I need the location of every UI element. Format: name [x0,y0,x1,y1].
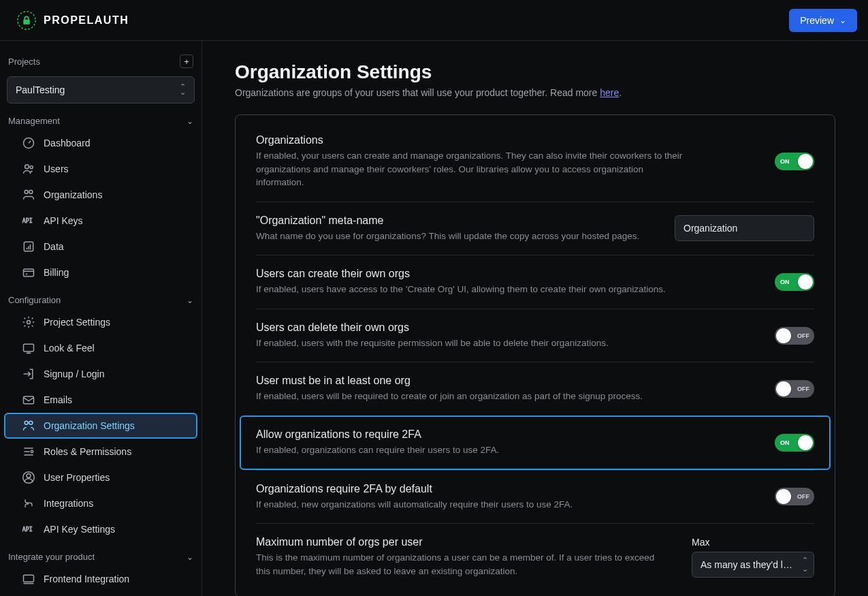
projects-section-header: Projects + [0,48,202,72]
sidebar-item-label: Emails [44,394,72,405]
setting-text: Organizations require 2FA by defaultIf e… [256,483,692,512]
svg-point-15 [27,474,31,478]
toggle-label: OFF [797,386,809,392]
sidebar-item-frontend-integration[interactable]: Frontend Integration [4,566,197,592]
project-settings-icon [22,315,35,329]
toggle-label: ON [780,279,790,285]
sidebar-item-label: Integrations [44,498,93,509]
svg-text:API: API [22,217,33,224]
section-configuration-header[interactable]: Configuration ⌄ [0,285,202,309]
sidebar-item-label: Users [44,163,69,174]
svg-point-5 [29,190,33,193]
sidebar: Projects + PaulTesting ⌃⌄ Management ⌄ D… [0,41,202,596]
section-management-header[interactable]: Management ⌄ [0,106,202,130]
page-title: Organization Settings [235,61,835,83]
svg-rect-10 [24,344,34,351]
sidebar-item-organization-settings[interactable]: Organization Settings [4,413,197,439]
setting-desc: If enabled, users have access to the 'Cr… [256,283,692,296]
toggle-users-can-delete-their-own-orgs[interactable]: OFF [775,327,814,345]
sidebar-item-user-properties[interactable]: User Properties [4,465,197,490]
toggle-knob [798,435,813,450]
sidebar-item-label: API Key Settings [44,524,115,535]
max-orgs-select[interactable]: As many as they'd like⌃⌄ [692,552,814,578]
sidebar-item-api-key-settings[interactable]: APIAPI Key Settings [4,516,197,542]
setting-text: "Organization" meta-nameWhat name do you… [256,215,654,243]
toggle-knob [776,328,791,343]
sidebar-item-label: Look & Feel [44,343,95,354]
add-project-button[interactable]: + [180,54,193,68]
chevron-down-icon: ⌄ [187,552,193,562]
sidebar-item-api-keys[interactable]: APIAPI Keys [4,208,197,234]
section-integrate-label: Integrate your product [8,552,95,562]
chevron-down-icon: ⌄ [839,16,846,25]
meta-name-input-wrap [675,215,814,241]
sidebar-item-label: Frontend Integration [44,574,129,584]
propelauth-logo-icon [16,10,37,31]
toggle-organizations[interactable]: ON [775,153,814,170]
page-subtitle: Organizations are groups of your users t… [235,87,835,98]
dashboard-icon [22,136,35,150]
toggle-organizations-require-2fa-by-default[interactable]: OFF [775,488,814,505]
sidebar-item-billing[interactable]: Billing [4,260,197,285]
sidebar-item-data[interactable]: Data [4,234,197,260]
sidebar-item-project-settings[interactable]: Project Settings [4,309,197,335]
user-properties-icon [22,471,35,484]
setting-desc: This is the maximum number of organizati… [256,551,671,578]
roles-permissions-icon [22,445,35,458]
preview-label: Preview [800,15,834,26]
sidebar-item-label: Project Settings [44,317,110,328]
chevron-down-icon: ⌄ [187,116,193,126]
chevron-down-icon: ⌄ [187,296,193,305]
projects-label: Projects [8,57,40,67]
sidebar-item-look-feel[interactable]: Look & Feel [4,335,197,361]
selected-project-name: PaulTesting [16,84,65,95]
setting-row-organizations-require-2fa-by-default: Organizations require 2FA by defaultIf e… [256,470,814,524]
sidebar-item-roles-permissions[interactable]: Roles & Permissions [4,439,197,465]
max-orgs-label: Max [692,537,814,548]
preview-button[interactable]: Preview ⌄ [789,9,857,32]
max-orgs-wrap: MaxAs many as they'd like⌃⌄ [692,537,814,578]
api-keys-icon: API [22,214,35,228]
setting-title: Organizations [256,134,692,146]
read-more-link[interactable]: here [600,87,619,98]
sidebar-item-users[interactable]: Users [4,156,197,182]
sidebar-item-integrations[interactable]: Integrations [4,490,197,516]
toggle-knob [798,275,813,289]
setting-row-maximum-number-of-orgs-per-user: Maximum number of orgs per userThis is t… [256,523,814,590]
sidebar-item-label: API Keys [44,215,83,226]
svg-rect-8 [24,269,34,277]
sidebar-item-signup-login[interactable]: Signup / Login [4,361,197,387]
signup-login-icon [22,367,35,381]
toggle-users-can-create-their-own-orgs[interactable]: ON [775,273,814,291]
chevron-updown-icon: ⌃⌄ [180,84,186,95]
sidebar-item-label: Organization Settings [44,420,135,431]
toggle-user-must-be-in-at-least-one-org[interactable]: OFF [775,380,814,398]
setting-row-organization-meta-name: "Organization" meta-nameWhat name do you… [256,202,814,255]
section-integrate-header[interactable]: Integrate your product ⌄ [0,542,202,566]
api-key-settings-icon: API [22,522,35,536]
project-selector[interactable]: PaulTesting ⌃⌄ [7,76,195,104]
billing-icon [22,266,35,279]
look-feel-icon [22,341,35,355]
svg-point-12 [25,421,28,424]
meta-name-input[interactable] [675,215,814,241]
toggle-allow-organizations-to-require-2fa[interactable]: ON [775,434,814,452]
toggle-label: OFF [797,493,809,500]
sidebar-item-backend-integration[interactable]: Backend Integration [4,592,197,596]
subtitle-post: . [619,87,622,98]
svg-point-13 [29,421,33,424]
main-content: Organization Settings Organizations are … [202,41,868,596]
sidebar-item-label: Billing [44,267,69,278]
setting-desc: If enabled, your users can create and ma… [256,149,692,189]
sidebar-item-label: Signup / Login [44,368,105,379]
setting-desc: If enabled, new organizations will autom… [256,498,692,512]
setting-desc: If enabled, users will be required to cr… [256,390,692,403]
sidebar-item-emails[interactable]: Emails [4,387,197,413]
setting-title: Organizations require 2FA by default [256,483,692,495]
setting-desc: If enabled, organizations can require th… [256,443,692,457]
chevron-updown-icon: ⌃⌄ [802,556,808,574]
sidebar-item-dashboard[interactable]: Dashboard [4,130,197,156]
sidebar-item-organizations[interactable]: Organizations [4,182,197,208]
setting-title: Users can delete their own orgs [256,321,692,334]
svg-point-9 [27,321,31,324]
